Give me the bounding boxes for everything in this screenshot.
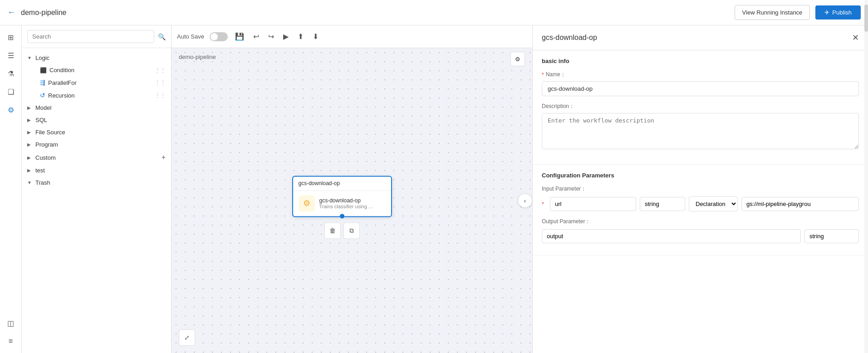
undo-button[interactable]: ↩ [251,30,261,43]
canvas-toolbar: Auto Save 💾 ↩ ↪ ▶ ⬆ ⬇ [172,25,532,48]
input-required-mark: * [542,201,546,207]
canvas-area: Auto Save 💾 ↩ ↪ ▶ ⬆ ⬇ demo-pipeline gcs-… [172,25,532,353]
sidebar-item-recursion[interactable]: ↺ Recursion ⋮⋮ [34,89,171,102]
publish-button[interactable]: ✈ Publish [815,5,861,20]
tree-label-model: Model [35,104,166,111]
output-param-type-field[interactable] [804,229,859,243]
sidebar-item-parallelfor[interactable]: ⇶ ParallelFor ⋮⋮ [34,76,171,89]
search-icon: 🔍 [158,33,166,40]
node-description: Trains classifier using ... [319,204,386,209]
toggle-knob [211,33,218,40]
sidebar-search: 🔍 [22,25,171,48]
scrollbar-track [864,25,868,353]
node-info: gcs-download-op Trains classifier using … [319,197,386,209]
output-param-label: Output Parameter： [542,218,859,226]
filesource-toggle-icon: ▶ [27,130,33,135]
back-button[interactable]: ← [7,8,15,17]
publish-icon: ✈ [824,9,829,16]
canvas-expand-button[interactable]: ⤢ [179,329,195,346]
main-layout: ⊞ ☰ ⚗ ❏ ⚙ ◫ ≡ 🔍 ▼ Logic ⬛ Condition ⋮⋮ [0,25,868,353]
panel-close-button[interactable]: ✕ [852,33,859,43]
node-connector [340,214,344,218]
name-input[interactable] [542,81,859,96]
sidebar-item-test[interactable]: ▶ test [22,164,171,176]
view-running-button[interactable]: View Running Instance [735,5,810,20]
drag-handle-condition[interactable]: ⋮⋮ [155,67,166,74]
node-name: gcs-download-op [319,197,386,204]
config-params-section: Configuration Parameters Input Parameter… [533,165,868,255]
output-param-name-field[interactable] [542,229,801,243]
sidebar-item-filesource[interactable]: ▶ File Source [22,126,171,138]
node-actions: 🗑 ⧉ [324,222,360,239]
config-params-title: Configuration Parameters [542,172,859,179]
redo-button[interactable]: ↪ [266,30,276,43]
output-param-row [542,229,859,243]
input-param-row: * Declaration Expression Artifact [542,196,859,211]
sidebar-item-program[interactable]: ▶ Program [22,138,171,151]
input-param-type-field[interactable] [640,197,685,211]
tree-label-trash: Trash [35,179,166,186]
drag-handle-parallelfor[interactable]: ⋮⋮ [155,79,166,86]
sidebar-item-condition[interactable]: ⬛ Condition ⋮⋮ [34,64,171,76]
sidebar-item-sql[interactable]: ▶ SQL [22,114,171,126]
input-param-name-field[interactable] [550,197,636,211]
save-button[interactable]: 💾 [233,30,246,43]
canvas-content[interactable]: demo-pipeline gcs-download-op ⚙ gcs-down… [172,48,532,353]
run-button[interactable]: ▶ [281,30,290,43]
description-field-row: Description： [542,103,859,151]
name-required-mark: * [542,72,544,78]
name-field-row: * Name： [542,71,859,96]
condition-icon: ⬛ [40,67,47,74]
toggle-icon: ▼ [27,55,33,60]
topbar: ← demo-pipeline View Running Instance ✈ … [0,0,868,25]
description-textarea[interactable] [542,113,859,149]
sql-toggle-icon: ▶ [27,118,33,123]
test-toggle-icon: ▶ [27,168,33,173]
tree-label-recursion: Recursion [48,92,152,99]
add-custom-button[interactable]: + [162,153,166,162]
icon-bar-flask[interactable]: ⚗ [3,65,19,82]
parallelfor-icon: ⇶ [40,79,45,86]
input-param-value-field[interactable] [741,197,859,211]
trash-toggle-icon: ▼ [27,180,33,185]
sidebar-tree: ▼ Logic ⬛ Condition ⋮⋮ ⇶ ParallelFor ⋮⋮ … [22,48,171,353]
import-button[interactable]: ⬇ [311,30,320,43]
right-panel: gcs-download-op ✕ basic info * Name： Des… [532,25,868,353]
sidebar-item-custom[interactable]: ▶ Custom + [22,151,171,164]
description-label: Description： [542,103,859,110]
recursion-icon: ↺ [40,92,45,99]
panel-header: gcs-download-op ✕ [533,25,868,50]
pipeline-node[interactable]: gcs-download-op ⚙ gcs-download-op Trains… [292,176,392,217]
declaration-select[interactable]: Declaration Expression Artifact [689,196,738,211]
icon-bar-layers[interactable]: ☰ [3,47,19,64]
tree-label-program: Program [35,141,166,148]
node-title: gcs-download-op [299,180,340,186]
export-button[interactable]: ⬆ [296,30,305,43]
autosave-toggle[interactable] [210,32,228,41]
search-input[interactable] [27,30,154,43]
icon-bar-stack[interactable]: ❏ [3,83,19,100]
autosave-label: Auto Save [177,33,204,40]
node-header: gcs-download-op [293,176,391,191]
tree-label-custom: Custom [35,154,159,161]
program-toggle-icon: ▶ [27,142,33,147]
canvas-settings-button[interactable]: ⚙ [510,52,525,66]
tree-label-test: test [35,167,166,174]
basic-info-title: basic info [542,58,859,64]
custom-toggle-icon: ▶ [27,155,33,160]
sidebar-item-logic[interactable]: ▼ Logic [22,52,171,64]
node-delete-button[interactable]: 🗑 [324,222,341,239]
icon-bar-database[interactable]: ◫ [3,315,19,331]
icon-bar-home[interactable]: ⊞ [3,29,19,45]
sidebar-item-trash[interactable]: ▼ Trash [22,176,171,189]
scrollbar-thumb [864,25,868,32]
node-copy-button[interactable]: ⧉ [343,222,360,239]
icon-bar-gear[interactable]: ⚙ [3,102,19,118]
collapse-sidebar-button[interactable]: ‹ [518,193,532,208]
publish-label: Publish [832,9,852,16]
sidebar-item-model[interactable]: ▶ Model [22,102,171,114]
drag-handle-recursion[interactable]: ⋮⋮ [155,92,166,98]
tree-label-sql: SQL [35,117,166,123]
icon-bar-menu[interactable]: ≡ [3,333,19,349]
pipeline-title: demo-pipeline [21,9,729,17]
